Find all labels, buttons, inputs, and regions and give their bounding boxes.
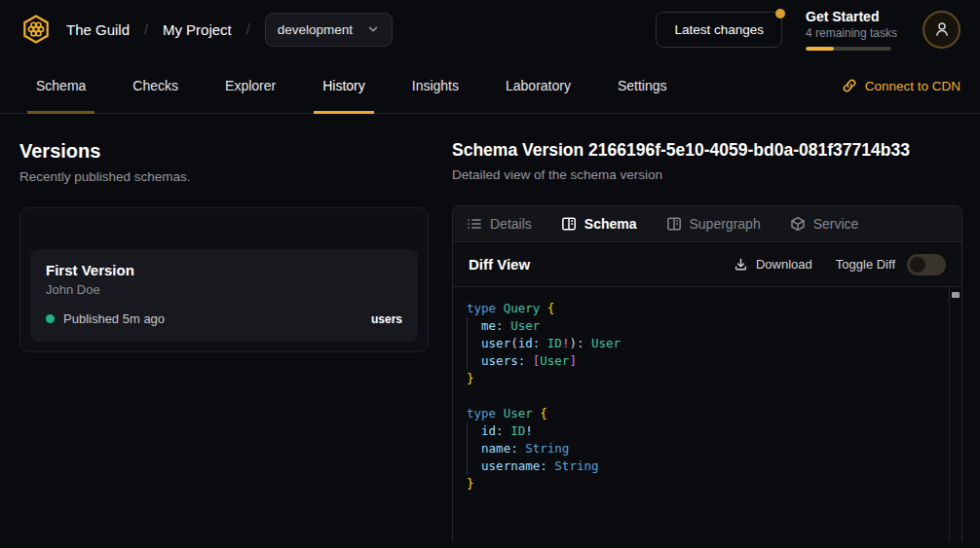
code-line: user(id: ID!): User <box>467 335 936 352</box>
tab-settings[interactable]: Settings <box>609 58 676 113</box>
main-content: Versions Recently published schemas. Fir… <box>0 114 980 542</box>
header: The Guild / My Project / development Lat… <box>0 0 980 58</box>
get-started-progress-fill <box>806 47 834 51</box>
versions-subtitle: Recently published schemas. <box>19 169 429 184</box>
toggle-knob <box>910 257 925 273</box>
version-card[interactable]: First Version John Doe Published 5m ago … <box>30 249 418 342</box>
download-button[interactable]: Download <box>734 257 812 272</box>
detail-tab-supergraph[interactable]: Supergraph <box>666 216 761 232</box>
columns-icon <box>561 216 577 232</box>
version-detail-title: Schema Version 2166196f-5e10-4059-bd0a-0… <box>452 140 962 161</box>
published-status-text: Published 5m ago <box>63 311 165 326</box>
diff-toolbar: Diff View Download Toggle Diff <box>453 242 961 287</box>
code-line: id: ID! <box>467 422 936 440</box>
tab-schema[interactable]: Schema <box>27 58 94 113</box>
detail-tab-label: Schema <box>584 216 637 232</box>
header-actions: Latest changes Get Started 4 remaining t… <box>656 9 961 51</box>
get-started-progress <box>806 47 891 51</box>
get-started-title: Get Started <box>806 9 899 24</box>
cube-icon <box>790 216 806 232</box>
version-detail-panel: Schema Version 2166196f-5e10-4059-bd0a-0… <box>452 128 962 542</box>
hive-logo-icon[interactable] <box>19 13 53 46</box>
tab-insights[interactable]: Insights <box>403 58 468 113</box>
version-meta-row: Published 5m ago users <box>46 311 402 326</box>
avatar[interactable] <box>923 11 961 49</box>
toggle-diff-switch[interactable] <box>907 254 946 275</box>
tab-explorer[interactable]: Explorer <box>216 58 284 113</box>
code-line: type Query { <box>467 300 936 317</box>
detail-tab-label: Details <box>490 216 532 232</box>
app-root: The Guild / My Project / development Lat… <box>0 0 980 548</box>
nav-tabs: Schema Checks Explorer History Insights … <box>27 58 676 113</box>
detail-tab-label: Supergraph <box>690 216 761 232</box>
versions-panel: Versions Recently published schemas. Fir… <box>19 128 429 352</box>
notification-dot <box>775 9 785 18</box>
diff-view-title: Diff View <box>469 256 530 273</box>
code-line: } <box>467 475 936 493</box>
toggle-diff-label: Toggle Diff <box>836 257 895 272</box>
versions-list: First Version John Doe Published 5m ago … <box>19 207 429 352</box>
org-name[interactable]: The Guild <box>66 21 130 38</box>
service-badge: users <box>371 312 402 326</box>
code-scrollbar-thumb[interactable] <box>952 292 960 298</box>
code-line: me: User <box>467 317 936 335</box>
code-scrollbar[interactable] <box>949 287 961 542</box>
detail-tab-schema[interactable]: Schema <box>561 216 637 232</box>
columns-icon <box>666 216 682 232</box>
code-line: users: [User] <box>467 352 936 370</box>
code-line: } <box>467 370 936 387</box>
code-line: type User { <box>467 405 936 422</box>
code-content: type Query { me: User user(id: ID!): Use… <box>467 300 936 493</box>
versions-title: Versions <box>19 140 429 163</box>
diff-actions: Download Toggle Diff <box>734 254 946 275</box>
link-icon <box>842 78 857 93</box>
latest-changes-button[interactable]: Latest changes <box>656 12 782 48</box>
list-icon <box>467 216 482 232</box>
environment-label: development <box>278 22 353 37</box>
breadcrumb-separator: / <box>246 21 250 37</box>
code-line: username: String <box>467 457 936 475</box>
main-nav: Schema Checks Explorer History Insights … <box>0 58 980 114</box>
code-line <box>467 387 936 405</box>
connect-cdn-label: Connect to CDN <box>865 79 961 93</box>
get-started-widget[interactable]: Get Started 4 remaining tasks <box>806 9 899 51</box>
tab-history[interactable]: History <box>314 58 374 113</box>
environment-dropdown[interactable]: development <box>265 13 393 47</box>
latest-changes-label: Latest changes <box>674 22 764 37</box>
version-name: First Version <box>46 262 402 278</box>
header-breadcrumb: The Guild / My Project / development <box>19 13 393 47</box>
tab-checks[interactable]: Checks <box>124 58 187 113</box>
project-name[interactable]: My Project <box>163 21 232 38</box>
tab-laboratory[interactable]: Laboratory <box>497 58 580 113</box>
version-detail-tabs: Details Schema Supergraph <box>453 206 961 242</box>
version-detail-box: Details Schema Supergraph <box>452 205 962 542</box>
detail-tab-details[interactable]: Details <box>467 216 532 232</box>
code-line: name: String <box>467 440 936 457</box>
published-status-dot <box>46 314 55 323</box>
get-started-subtitle: 4 remaining tasks <box>806 26 899 40</box>
detail-tab-service[interactable]: Service <box>790 216 859 232</box>
breadcrumb-separator: / <box>144 21 148 37</box>
version-detail-subtitle: Detailed view of the schema version <box>452 167 962 182</box>
version-author: John Doe <box>46 282 402 297</box>
user-icon <box>933 20 951 38</box>
download-label: Download <box>756 257 812 272</box>
connect-cdn-button[interactable]: Connect to CDN <box>842 58 961 113</box>
download-icon <box>734 257 748 272</box>
detail-tab-label: Service <box>813 216 859 232</box>
chevron-down-icon <box>366 22 380 36</box>
schema-code-viewer: type Query { me: User user(id: ID!): Use… <box>453 287 961 542</box>
